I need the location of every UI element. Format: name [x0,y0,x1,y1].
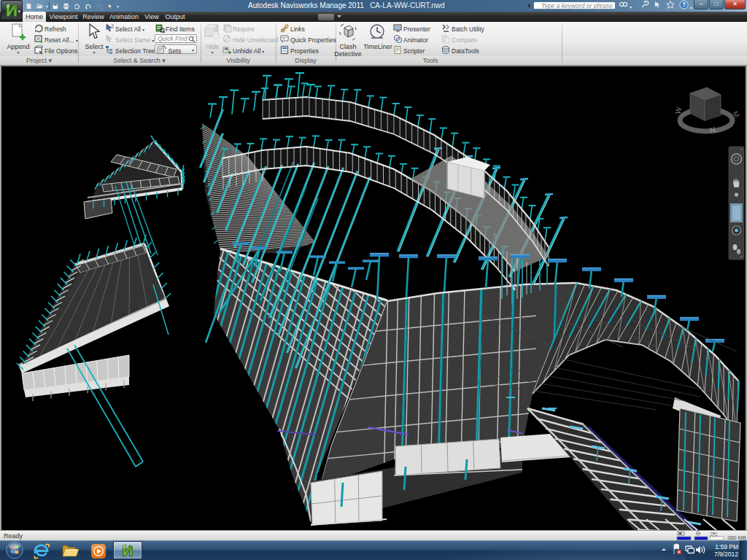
svg-text:?: ? [682,1,686,8]
